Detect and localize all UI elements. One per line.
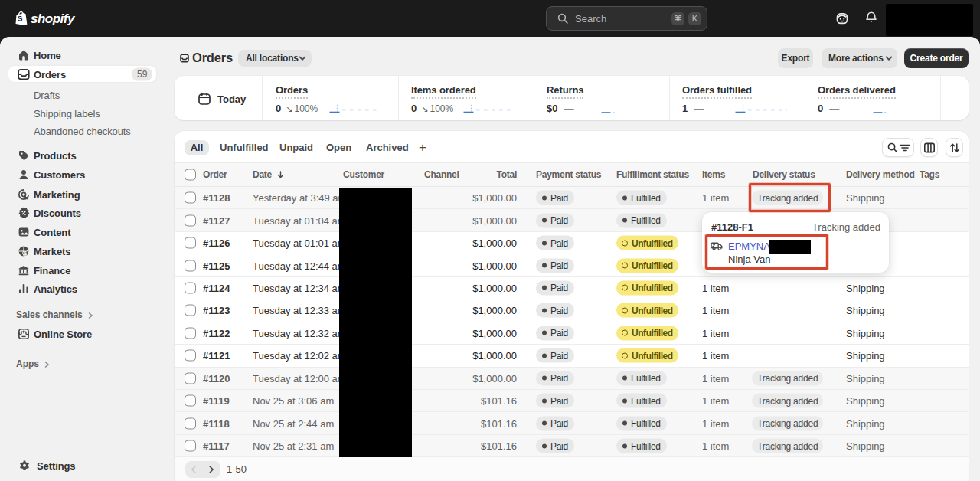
svg-text:$: $ <box>24 250 28 257</box>
svg-text:shopify: shopify <box>31 11 76 26</box>
svg-text:S: S <box>18 14 23 22</box>
